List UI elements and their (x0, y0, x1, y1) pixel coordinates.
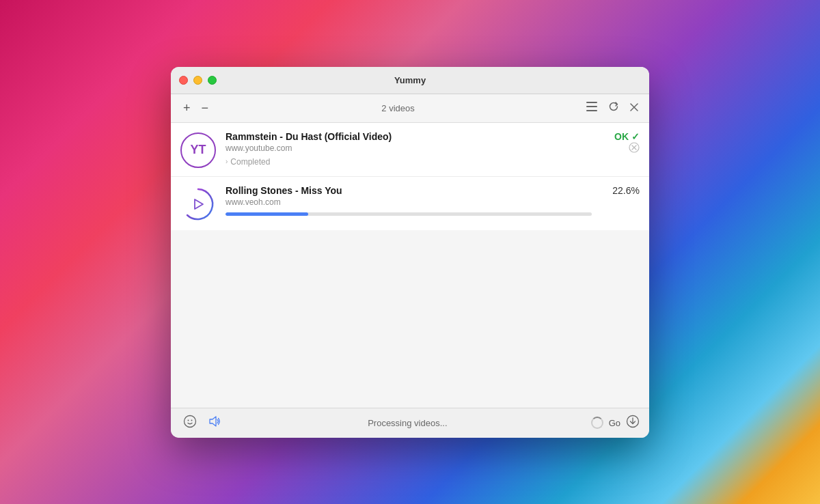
item-2-url: www.veoh.com (226, 197, 592, 207)
window-title: Yummy (394, 75, 426, 85)
svg-rect-0 (586, 102, 597, 103)
bottombar: Processing videos... Go (171, 408, 649, 438)
video-item-1: YT Rammstein - Du Hast (Official Video) … (171, 123, 649, 177)
processing-status: Processing videos... (230, 418, 586, 428)
titlebar: Yummy (171, 67, 649, 94)
item-1-status: Completed (230, 157, 270, 167)
add-button[interactable]: + (179, 100, 195, 115)
empty-area (171, 230, 649, 408)
speaker-button[interactable] (205, 413, 224, 433)
minimize-button[interactable] (193, 76, 202, 85)
item-2-title: Rolling Stones - Miss You (226, 185, 592, 196)
item-1-url: www.youtube.com (226, 143, 592, 153)
svg-rect-2 (586, 110, 597, 111)
download-button[interactable] (626, 415, 640, 432)
video-count: 2 videos (215, 103, 581, 113)
veoh-icon (180, 186, 216, 222)
refresh-icon-button[interactable] (605, 100, 622, 116)
yt-icon: YT (180, 132, 216, 168)
chevron-right-icon: › (226, 158, 228, 165)
traffic-lights (179, 76, 217, 85)
bottom-right: Go (591, 415, 640, 432)
item-1-cancel-button[interactable] (629, 142, 640, 155)
svg-marker-12 (210, 417, 216, 426)
progress-bar-container (226, 212, 592, 216)
go-button[interactable]: Go (609, 418, 620, 428)
item-1-status-row: › Completed (226, 157, 592, 167)
toolbar-right (584, 100, 641, 116)
item-2-percent: 22.6% (612, 185, 640, 196)
loading-spinner (591, 417, 603, 429)
svg-marker-8 (195, 199, 203, 209)
svg-point-10 (188, 419, 189, 421)
item-1-right: OK ✓ (592, 131, 640, 155)
svg-point-9 (184, 415, 196, 427)
svg-rect-1 (586, 106, 597, 107)
video-item-2: Rolling Stones - Miss You www.veoh.com 2… (171, 177, 649, 230)
content-area: YT Rammstein - Du Hast (Official Video) … (171, 123, 649, 230)
list-icon-button[interactable] (584, 100, 600, 115)
item-2-right: 22.6% (592, 185, 640, 196)
maximize-button[interactable] (208, 76, 217, 85)
bottom-left (180, 413, 224, 433)
item-1-ok-status: OK ✓ (614, 131, 640, 142)
toolbar: + − 2 videos (171, 94, 649, 123)
remove-button[interactable]: − (197, 100, 213, 115)
item-1-title: Rammstein - Du Hast (Official Video) (226, 131, 592, 142)
emoji-button[interactable] (180, 413, 200, 433)
close-icon-button[interactable] (627, 100, 641, 115)
svg-point-11 (191, 419, 193, 421)
progress-bar (226, 212, 308, 216)
play-icon (191, 197, 205, 211)
item-2-info: Rolling Stones - Miss You www.veoh.com (226, 185, 592, 216)
close-button[interactable] (179, 76, 188, 85)
veoh-arc-wrapper (180, 186, 216, 222)
item-1-info: Rammstein - Du Hast (Official Video) www… (226, 131, 592, 167)
app-window: Yummy + − 2 videos (171, 67, 649, 438)
